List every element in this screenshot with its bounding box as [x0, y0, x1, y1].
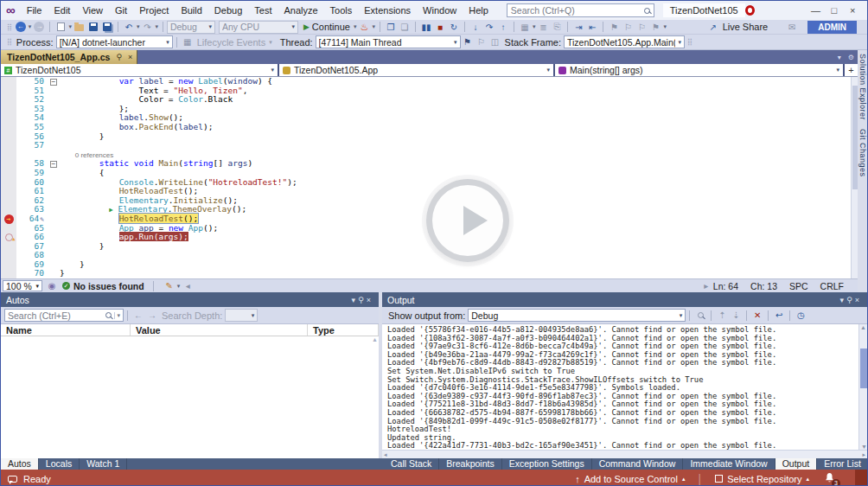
menu-item-project[interactable]: Project [133, 1, 175, 20]
hscroll-right-icon[interactable]: ▸ [862, 451, 865, 458]
breakpoint-margin[interactable] [1, 260, 16, 270]
hot-reload-icon[interactable]: ♨ [358, 21, 370, 33]
flag-threads-icon[interactable]: ⚑ [462, 36, 474, 48]
step-into-icon[interactable]: ↓ [469, 21, 482, 33]
breakpoint-margin[interactable] [1, 123, 16, 132]
breakpoint-margin[interactable] [1, 269, 16, 278]
fold-margin[interactable] [48, 150, 60, 160]
feedback-bubble-icon[interactable] [8, 476, 17, 483]
find-message-icon[interactable] [694, 310, 706, 322]
menu-item-extensions[interactable]: Extensions [358, 1, 417, 20]
breakpoint-margin[interactable] [1, 224, 16, 233]
panel-tab-exception-settings[interactable]: Exception Settings [502, 458, 592, 470]
fold-margin[interactable] [48, 113, 60, 123]
step-over-icon[interactable]: ↷ [483, 21, 495, 33]
search-prev-icon[interactable]: ← [132, 310, 144, 322]
space-mode-indicator[interactable]: SPC [789, 281, 808, 291]
autos-window-menu-icon[interactable]: ▾ [352, 296, 359, 304]
panel-tab-output[interactable]: Output [775, 458, 818, 470]
search-depth-dropdown[interactable]: ▾ [225, 309, 258, 322]
breakpoint-warning-icon[interactable] [5, 233, 13, 241]
menu-item-window[interactable]: Window [417, 1, 463, 20]
method-dropdown[interactable]: Main(string[] args) ▾ [555, 64, 845, 76]
breakpoint-margin[interactable] [1, 86, 16, 96]
fold-margin[interactable] [48, 260, 60, 270]
breakpoint-margin[interactable] [1, 233, 16, 242]
output-vertical-scrollbar[interactable]: ▲ ▼ [858, 324, 867, 450]
breakpoint-margin[interactable] [1, 95, 16, 105]
next-message-icon[interactable]: ⇣ [730, 310, 742, 322]
document-tab[interactable]: TizenDotNet105_App.cs ⚲ × [1, 50, 137, 64]
fold-margin[interactable] [48, 224, 60, 233]
breakpoint-margin[interactable] [1, 205, 16, 214]
show-diagnostics-icon[interactable]: ❏ [399, 21, 411, 33]
fold-margin[interactable] [48, 123, 60, 132]
panel-tab-locals[interactable]: Locals [39, 458, 80, 470]
editor-vertical-scrollbar[interactable] [851, 77, 858, 278]
menu-item-view[interactable]: View [76, 1, 109, 20]
tab-list-dropdown-icon[interactable]: ▾ [838, 54, 841, 61]
issues-status[interactable]: No issues found [73, 281, 144, 291]
word-wrap-icon[interactable]: ↩ [773, 310, 785, 322]
timestamp-icon[interactable]: ◷ [795, 310, 807, 322]
close-tab-icon[interactable]: × [128, 53, 132, 61]
minimize-button[interactable]: — [807, 5, 825, 16]
hscroll-left-icon[interactable]: ◂ [384, 451, 387, 458]
maximize-button[interactable]: □ [825, 5, 843, 16]
zoom-dropdown[interactable]: 100 %▾ [3, 280, 42, 291]
panel-tab-breakpoints[interactable]: Breakpoints [439, 458, 501, 470]
prev-message-icon[interactable]: ⇡ [716, 310, 728, 322]
breakpoint-margin[interactable] [1, 141, 16, 150]
menu-item-debug[interactable]: Debug [208, 1, 248, 20]
output-close-icon[interactable]: × [855, 296, 862, 304]
menu-item-test[interactable]: Test [248, 1, 278, 20]
panel-tab-watch-1[interactable]: Watch 1 [80, 458, 127, 470]
breakpoint-margin[interactable] [1, 159, 16, 169]
show-threads-icon[interactable]: ≣ [537, 21, 549, 33]
thread-dropdown[interactable]: [47114] Main Thread▾ [316, 35, 461, 48]
process-dropdown[interactable]: [N/A] dotnet-launcher▾ [56, 35, 173, 48]
fold-margin[interactable] [48, 196, 60, 206]
breakpoint-margin[interactable] [1, 178, 16, 188]
fold-margin[interactable] [48, 269, 60, 278]
panel-tab-error-list[interactable]: Error List [817, 458, 868, 470]
project-dropdown[interactable]: # TizenDotNet105 ▾ [1, 64, 279, 76]
fold-margin[interactable] [48, 178, 60, 188]
breakpoint-margin[interactable] [1, 132, 16, 142]
redo-icon[interactable]: ↷ [141, 21, 153, 33]
fold-margin[interactable] [48, 105, 60, 114]
pin-tab-icon[interactable]: ⚲ [116, 53, 122, 61]
unflag-threads-icon[interactable]: ⚐ [475, 36, 488, 48]
output-log[interactable]: Loaded '{55786f34-e016-44b5-a812-004935d… [382, 324, 858, 450]
line-ending-indicator[interactable]: CRLF [820, 281, 844, 291]
restart-icon[interactable]: ↻ [448, 21, 460, 33]
autos-title-bar[interactable]: Autos ▾⚲× [1, 292, 379, 307]
clear-bookmarks-icon[interactable]: ⚑ [649, 21, 661, 33]
fold-margin[interactable]: − [48, 159, 60, 169]
breakpoint-margin[interactable] [1, 187, 16, 196]
autos-pin-icon[interactable]: ⚲ [358, 296, 367, 304]
fold-collapse-icon[interactable]: − [50, 79, 57, 86]
breakpoint-margin[interactable] [1, 150, 16, 160]
add-to-source-control-button[interactable]: ↑ Add to Source Control ▴ [568, 474, 692, 484]
fold-margin[interactable] [48, 95, 60, 105]
hex-display-icon[interactable]: ▦ [519, 21, 531, 33]
output-title-bar[interactable]: Output ▾⚲× [382, 292, 867, 307]
navigate-forward-icon[interactable]: → [34, 22, 44, 32]
outdent-icon[interactable]: ⇤ [586, 21, 598, 33]
close-button[interactable]: × [844, 5, 862, 16]
select-repository-button[interactable]: Select Repository ▴ [708, 474, 816, 484]
show-flagged-only-icon[interactable]: ◫ [489, 36, 501, 48]
class-dropdown[interactable]: TizenDotNet105.App ▾ [279, 64, 555, 76]
hscroll-right-icon[interactable]: ▸ [700, 280, 712, 292]
breakpoint-margin[interactable] [1, 169, 16, 178]
side-tab-git-changes[interactable]: Git Changes [858, 129, 867, 177]
toggle-bookmark-icon[interactable]: ⚑ [608, 21, 620, 33]
panel-tab-immediate-window[interactable]: Immediate Window [683, 458, 775, 470]
breakpoint-margin[interactable] [1, 77, 16, 86]
video-play-button[interactable] [426, 179, 509, 262]
fold-margin[interactable] [48, 251, 60, 260]
output-window-menu-icon[interactable]: ▾ [840, 296, 847, 304]
notifications-button[interactable]: 3 [825, 473, 834, 485]
output-source-dropdown[interactable]: Debug▾ [468, 309, 686, 322]
